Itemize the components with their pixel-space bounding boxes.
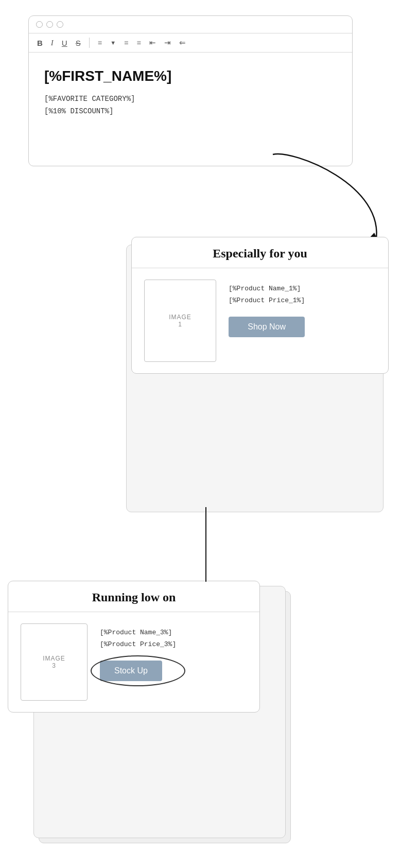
clear-format-icon[interactable]: ⇐ [179,38,186,47]
card1-product-name: [%Product Name_1%] [229,285,305,292]
ordered-list-icon[interactable]: ≡ [137,39,141,47]
align-icon[interactable]: ≡ [98,39,102,47]
card1-header: Especially for you [132,237,388,268]
email-card-1: Especially for you IMAGE 1 [%Product Nam… [131,237,389,374]
card1-body: IMAGE 1 [%Product Name_1%] [%Product Pri… [132,268,388,373]
indent-decrease-icon[interactable]: ⇤ [149,38,156,47]
editor-window: B I U S ≡ ▼ ≡ ≡ ⇤ ⇥ ⇐ [%FIRST_NAME%] [%F… [28,15,353,166]
discount-variable: [%10% DISCOUNT%] [44,107,337,115]
underline-icon[interactable]: U [62,39,67,47]
first-name-variable: [%FIRST_NAME%] [44,68,337,84]
dot-1 [36,21,43,28]
bullet-list-icon[interactable]: ≡ [124,39,128,47]
vertical-line-connector [204,507,207,582]
card2-header: Running low on [8,581,259,612]
card2-product-price: [%Product Price_3%] [100,640,176,648]
card2-image: IMAGE 3 [21,623,88,701]
card1-image-label2: 1 [178,321,182,328]
card2-image-label1: IMAGE [43,655,65,662]
dot-3 [57,21,63,28]
window-titlebar [29,16,352,33]
indent-increase-icon[interactable]: ⇥ [164,38,171,47]
shop-now-button[interactable]: Shop Now [229,317,305,337]
card2-body: IMAGE 3 [%Product Name_3%] [%Product Pri… [8,612,259,712]
email-card-2: Running low on IMAGE 3 [%Product Name_3%… [8,581,260,713]
strikethrough-icon[interactable]: S [76,39,81,47]
toolbar-separator [89,38,90,48]
card2-image-label2: 3 [52,662,56,669]
card1-product-price: [%Product Price_1%] [229,297,305,304]
editor-toolbar: B I U S ≡ ▼ ≡ ≡ ⇤ ⇥ ⇐ [29,33,352,53]
align-dropdown-icon[interactable]: ▼ [110,40,116,46]
bold-icon[interactable]: B [37,39,43,47]
favorite-category-variable: [%FAVORITE CATEGORY%] [44,95,337,103]
card2-product-name: [%Product Name_3%] [100,629,176,636]
card1-image: IMAGE 1 [144,280,216,362]
stock-up-wrap: Stock Up [100,661,176,681]
card2-info: [%Product Name_3%] [%Product Price_3%] S… [100,623,176,681]
dot-2 [46,21,53,28]
italic-icon[interactable]: I [51,39,54,47]
stock-up-button[interactable]: Stock Up [100,661,162,681]
card1-info: [%Product Name_1%] [%Product Price_1%] S… [229,280,305,337]
editor-body[interactable]: [%FIRST_NAME%] [%FAVORITE CATEGORY%] [%1… [29,53,352,166]
card1-image-label1: IMAGE [169,314,191,321]
